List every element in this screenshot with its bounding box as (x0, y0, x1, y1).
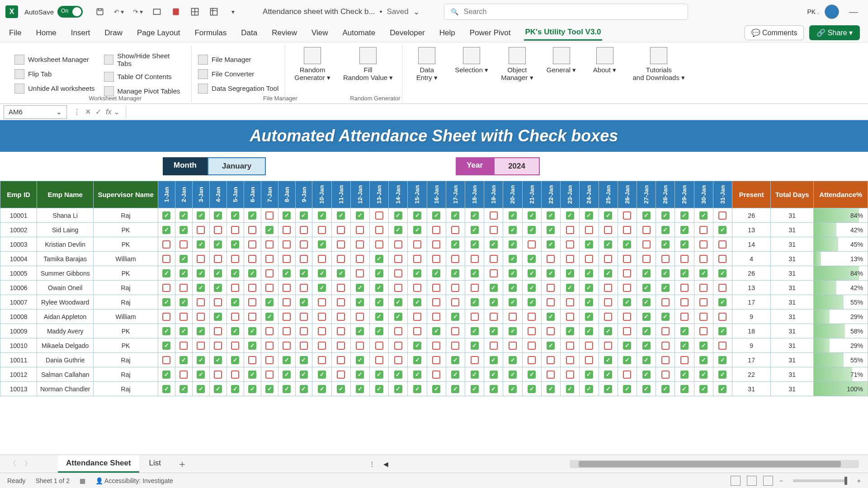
checkbox[interactable] (300, 269, 308, 277)
sheet-tab[interactable]: Attendance Sheet (58, 455, 139, 473)
checkbox[interactable] (318, 385, 326, 393)
checkbox[interactable] (699, 327, 708, 335)
checkbox[interactable] (604, 240, 612, 249)
checkbox[interactable] (547, 269, 555, 277)
col-header[interactable]: Emp Name (37, 181, 94, 208)
checkbox[interactable] (248, 255, 256, 263)
ribbon-tab[interactable]: Review (271, 26, 298, 40)
attendance-cell[interactable] (192, 223, 209, 237)
checkbox[interactable] (248, 240, 256, 249)
ribbon-tab[interactable]: PK's Utility Tool V3.0 (524, 25, 602, 41)
checkbox[interactable] (451, 371, 459, 379)
attendance-cell[interactable] (541, 281, 560, 295)
attendance-cell[interactable] (694, 353, 713, 367)
attendance-cell[interactable] (522, 252, 541, 266)
cell[interactable]: Raj (94, 208, 158, 223)
checkbox[interactable] (718, 269, 726, 277)
checkbox[interactable] (318, 211, 326, 220)
attendance-cell[interactable] (465, 310, 484, 324)
checkbox[interactable] (248, 371, 256, 379)
attendance-cell[interactable] (618, 208, 637, 223)
checkbox[interactable] (197, 226, 205, 234)
checkbox[interactable] (680, 269, 689, 277)
attendance-cell[interactable] (209, 281, 226, 295)
attendance-cell[interactable] (295, 324, 312, 338)
checkbox[interactable] (248, 211, 256, 220)
cell[interactable]: 26 (732, 266, 770, 281)
checkbox[interactable] (197, 385, 205, 393)
attendance-cell[interactable] (580, 208, 599, 223)
checkbox[interactable] (699, 269, 708, 277)
attendance-cell[interactable] (713, 295, 732, 310)
checkbox[interactable] (337, 255, 345, 263)
attendance-cell[interactable] (694, 208, 713, 223)
cell[interactable]: 31 (771, 310, 814, 324)
cell[interactable]: 31 (771, 324, 814, 338)
checkbox[interactable] (162, 327, 170, 335)
checkbox[interactable] (231, 226, 239, 234)
checkbox[interactable] (718, 313, 726, 321)
attendance-cell[interactable] (226, 338, 244, 353)
day-header[interactable]: 14-Jan (389, 181, 408, 208)
checkbox[interactable] (718, 385, 726, 393)
attendance-cell[interactable] (158, 208, 175, 223)
attendance-cell[interactable] (192, 252, 209, 266)
accessibility-status[interactable]: 👤 Accessibility: Investigate (95, 477, 173, 484)
checkbox[interactable] (283, 385, 291, 393)
cell[interactable]: 31 (771, 281, 814, 295)
cell[interactable]: PK (94, 338, 158, 353)
checkbox[interactable] (680, 371, 689, 379)
confirm-icon[interactable]: ✓ (95, 108, 101, 116)
attendance-cell[interactable] (465, 237, 484, 252)
attendance-cell[interactable] (192, 295, 209, 310)
day-header[interactable]: 11-Jan (331, 181, 350, 208)
ribbon-command[interactable]: File Converter (198, 68, 278, 80)
attendance-cell[interactable] (408, 324, 427, 338)
attendance-cell[interactable] (331, 295, 350, 310)
ribbon-tab[interactable]: Power Pivot (469, 26, 512, 40)
attendance-cell[interactable] (244, 208, 261, 223)
checkbox[interactable] (283, 211, 291, 220)
attendance-cell[interactable] (465, 295, 484, 310)
attendance-cell[interactable] (261, 237, 278, 252)
attendance-cell[interactable] (278, 310, 295, 324)
page-break-view-icon[interactable] (763, 476, 773, 486)
attendance-cell[interactable] (503, 338, 522, 353)
checkbox[interactable] (585, 226, 593, 234)
attendance-cell[interactable] (389, 295, 408, 310)
attendance-cell[interactable] (522, 382, 541, 396)
attendance-cell[interactable] (192, 324, 209, 338)
checkbox[interactable] (265, 284, 274, 292)
checkbox[interactable] (490, 226, 498, 234)
checkbox[interactable] (509, 255, 517, 263)
attendance-cell[interactable] (331, 382, 350, 396)
attendance-cell[interactable] (226, 223, 244, 237)
attendance-cell[interactable] (618, 295, 637, 310)
checkbox[interactable] (528, 226, 536, 234)
attendance-cell[interactable] (599, 266, 618, 281)
attendance-cell[interactable] (295, 237, 312, 252)
attendance-cell[interactable] (389, 324, 408, 338)
add-sheet-button[interactable]: ＋ (177, 457, 187, 471)
checkbox[interactable] (375, 226, 383, 234)
attendance-cell[interactable] (192, 310, 209, 324)
checkbox[interactable] (718, 356, 726, 364)
cell[interactable]: 31 (771, 237, 814, 252)
attendance-cell[interactable] (580, 266, 599, 281)
ribbon-command[interactable]: Data Segregation Tool (198, 83, 278, 94)
checkbox[interactable] (162, 298, 170, 306)
checkbox[interactable] (509, 342, 517, 350)
attendance-cell[interactable] (312, 367, 331, 382)
attendance-cell[interactable] (312, 338, 331, 353)
checkbox[interactable] (337, 240, 345, 249)
attendance-cell[interactable] (427, 353, 446, 367)
checkbox[interactable] (283, 327, 291, 335)
attendance-cell[interactable] (580, 295, 599, 310)
attendance-cell[interactable] (541, 295, 560, 310)
attendance-cell[interactable] (209, 237, 226, 252)
checkbox[interactable] (300, 298, 308, 306)
checkbox[interactable] (356, 211, 364, 220)
checkbox[interactable] (623, 342, 631, 350)
attendance-cell[interactable] (599, 281, 618, 295)
cell[interactable]: 31 (771, 252, 814, 266)
